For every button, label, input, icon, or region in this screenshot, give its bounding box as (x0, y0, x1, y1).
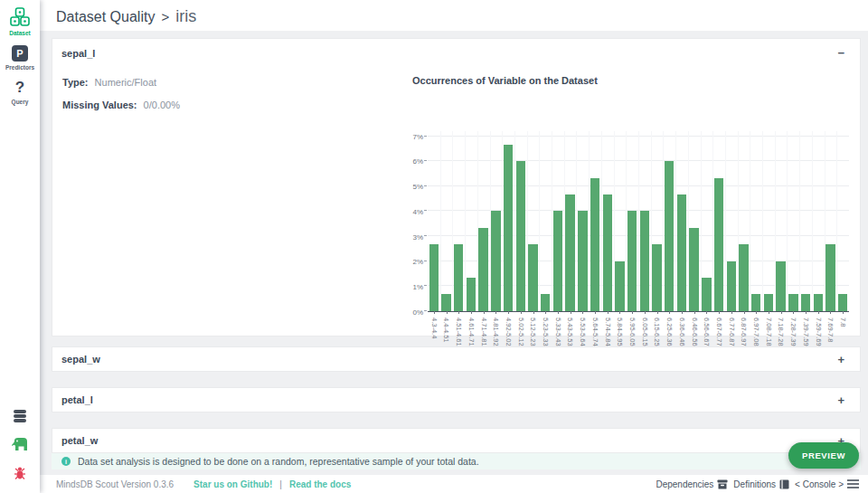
panel-sepal-w[interactable]: sepal_w + (52, 346, 861, 372)
sidebar-item-predictors[interactable]: P Predictors (5, 45, 34, 71)
dependencies-icon (717, 479, 728, 489)
footer: MindsDB Scout Version 0.3.6 Star us on G… (40, 475, 868, 493)
histogram-bar (677, 194, 686, 311)
github-link[interactable]: Star us on Github! (193, 479, 272, 489)
histogram-bar (739, 244, 748, 311)
histogram-bar (838, 294, 847, 311)
dataset-name: iris (175, 7, 196, 26)
chart-title: Occurrences of Variable on the Dataset (412, 75, 852, 86)
histogram-bar (441, 294, 450, 311)
sidebar-item-query[interactable]: ? Query (12, 80, 29, 105)
histogram-bar (467, 278, 476, 311)
sidebar: Dataset P Predictors ? Query (0, 0, 40, 493)
histogram-bar (627, 211, 637, 311)
app-root: Dataset P Predictors ? Query (0, 0, 868, 493)
panel-title: sepal_l (61, 48, 95, 59)
y-tick-label: 0% (412, 308, 423, 317)
sidebar-bottom-icons (11, 409, 29, 493)
definitions-button[interactable]: Definitions (733, 479, 789, 489)
histogram-bar (689, 228, 698, 311)
collapse-icon[interactable]: − (837, 47, 844, 59)
histogram-chart: Occurrences of Variable on the Dataset 0… (412, 75, 852, 336)
histogram-plot (428, 131, 849, 312)
y-tick-label: 3% (412, 232, 423, 241)
histogram-bar (714, 178, 723, 311)
preview-button[interactable]: PREVIEW (788, 442, 859, 469)
dependencies-button[interactable]: Dependencies (656, 479, 728, 489)
panel-title: petal_l (61, 394, 93, 405)
panel-petal-w[interactable]: petal_w + (52, 428, 861, 453)
histogram-bar (751, 294, 760, 311)
histogram-bar (504, 145, 513, 311)
dataset-cubes-icon (9, 7, 31, 27)
info-icon: i (61, 457, 71, 466)
y-axis: 0%1%2%3%4%5%6%7% (412, 131, 425, 312)
version-text: MindsDB Scout Version 0.3.6 (56, 479, 174, 489)
sidebar-label-predictors: Predictors (5, 64, 34, 71)
database-icon[interactable] (13, 409, 27, 423)
histogram-bar (603, 194, 612, 311)
info-text: Data set analysis is designed to be done… (78, 456, 479, 467)
histogram-bar (541, 294, 550, 311)
main-content: Dataset Quality > iris sepal_l − Type: N… (40, 0, 868, 493)
histogram-bar (615, 261, 624, 311)
variable-fields: Type: Numeric/Float Missing Values: 0/0.… (62, 77, 180, 122)
breadcrumb: Dataset Quality (56, 9, 155, 25)
bug-icon[interactable] (14, 465, 26, 480)
y-tick-label: 1% (412, 283, 423, 291)
histogram-bar (528, 244, 537, 311)
query-icon: ? (15, 80, 24, 96)
console-menu-icon (847, 479, 859, 488)
histogram-bar (652, 244, 661, 311)
histogram-bar (640, 211, 649, 311)
histogram-bar (702, 278, 711, 311)
predictors-icon: P (12, 45, 28, 62)
expand-icon[interactable]: + (837, 354, 844, 365)
definitions-icon (779, 479, 789, 489)
histogram-bar (454, 244, 463, 311)
panel-sepal-l: sepal_l − Type: Numeric/Float Missing Va… (52, 38, 861, 337)
y-tick-label: 5% (412, 183, 423, 191)
info-bar: i Data set analysis is designed to be do… (52, 453, 861, 469)
expand-icon[interactable]: + (837, 394, 844, 406)
footer-divider: | (279, 479, 282, 489)
sidebar-label-dataset: Dataset (9, 30, 30, 36)
histogram-bar (826, 244, 835, 311)
breadcrumb-separator: > (161, 9, 169, 24)
y-tick-label: 6% (412, 157, 423, 166)
page-header: Dataset Quality > iris (40, 0, 868, 31)
histogram-bar (565, 194, 574, 311)
sidebar-label-query: Query (12, 99, 29, 105)
histogram-bar (814, 294, 823, 311)
histogram-bar (429, 244, 439, 311)
histogram-bar (788, 294, 797, 311)
y-tick-label: 2% (412, 258, 423, 266)
histogram-bar (727, 261, 736, 311)
histogram-bar (764, 294, 773, 311)
console-button[interactable]: < Console > (795, 479, 859, 489)
panel-header[interactable]: sepal_l − (61, 47, 844, 59)
histogram-bar (776, 261, 785, 311)
histogram-bar (590, 178, 599, 311)
y-tick-label: 4% (412, 207, 423, 215)
docs-link[interactable]: Read the docs (289, 479, 351, 489)
sidebar-item-dataset[interactable]: Dataset (9, 7, 31, 36)
histogram-bar (665, 161, 674, 311)
panel-title: petal_w (61, 435, 98, 446)
type-field: Type: Numeric/Float (62, 77, 180, 88)
panel-title: sepal_w (61, 354, 100, 365)
histogram-bar (516, 161, 525, 311)
y-tick-label: 7% (412, 132, 423, 140)
missing-values-field: Missing Values: 0/0.00% (62, 100, 180, 110)
histogram-bar (553, 211, 562, 311)
histogram-bar (801, 294, 810, 311)
histogram-bar (478, 228, 487, 311)
histogram-bar (491, 211, 500, 311)
elephant-icon[interactable] (11, 437, 29, 451)
panel-petal-l[interactable]: petal_l + (52, 387, 861, 412)
histogram-bar (578, 211, 587, 311)
